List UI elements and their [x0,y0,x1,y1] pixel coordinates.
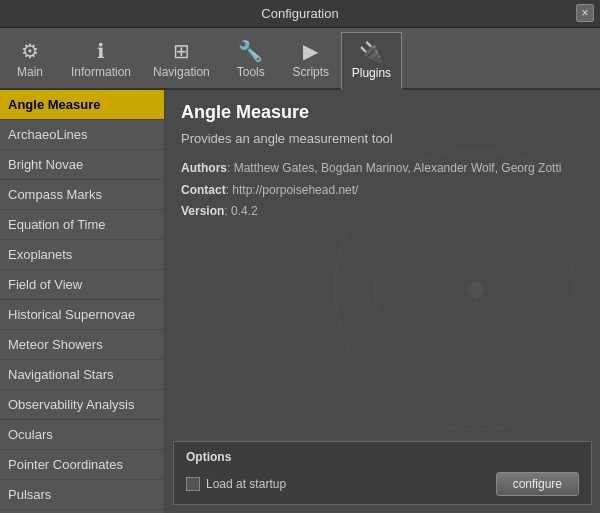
sidebar-item-navigational-stars[interactable]: Navigational Stars [0,360,164,390]
sidebar-item-observability-analysis[interactable]: Observability Analysis [0,390,164,420]
close-button[interactable]: × [576,4,594,22]
tab-plugins-label: Plugins [352,66,391,80]
tools-icon: 🔧 [238,41,263,61]
authors-row: Authors: Matthew Gates, Bogdan Marinov, … [181,158,584,180]
navigation-icon: ⊞ [173,41,190,61]
sidebar-item-exoplanets[interactable]: Exoplanets [0,240,164,270]
main-content: Angle Measure ArchaeoLines Bright Novae … [0,90,600,513]
sidebar-item-meteor-showers[interactable]: Meteor Showers [0,330,164,360]
configure-button[interactable]: configure [496,472,579,496]
plugin-description: Provides an angle measurement tool [181,131,584,146]
sidebar-item-equation-of-time[interactable]: Equation of Time [0,210,164,240]
contact-row: Contact: http://porpoisehead.net/ [181,180,584,202]
sidebar-item-pointer-coordinates[interactable]: Pointer Coordinates [0,450,164,480]
tab-plugins[interactable]: 🔌 Plugins [341,32,402,90]
contact-value: : http://porpoisehead.net/ [226,183,359,197]
sidebar-item-pulsars[interactable]: Pulsars [0,480,164,510]
load-at-startup-checkbox[interactable] [186,477,200,491]
tab-main[interactable]: ⚙ Main [0,30,60,88]
sidebar-item-field-of-view[interactable]: Field of View [0,270,164,300]
load-at-startup-label: Load at startup [206,477,286,491]
sidebar: Angle Measure ArchaeoLines Bright Novae … [0,90,165,513]
sidebar-item-bright-novae[interactable]: Bright Novae [0,150,164,180]
title-bar: Configuration × [0,0,600,28]
main-icon: ⚙ [21,41,39,61]
sidebar-item-archaeo-lines[interactable]: ArchaeoLines [0,120,164,150]
tab-tools[interactable]: 🔧 Tools [221,30,281,88]
tab-navigation[interactable]: ⊞ Navigation [142,30,221,88]
scripts-icon: ▶ [303,41,318,61]
options-bar: Options Load at startup configure [173,441,592,505]
plugin-meta: Authors: Matthew Gates, Bogdan Marinov, … [181,158,584,223]
authors-label: Authors [181,161,227,175]
sidebar-item-compass-marks[interactable]: Compass Marks [0,180,164,210]
tab-main-label: Main [17,65,43,79]
detail-panel: Angle Measure Provides an angle measurem… [165,90,600,513]
tab-information[interactable]: ℹ Information [60,30,142,88]
contact-label: Contact [181,183,226,197]
options-row: Load at startup configure [186,472,579,496]
detail-content: Angle Measure Provides an angle measurem… [165,90,600,433]
tab-scripts-label: Scripts [292,65,329,79]
tab-information-label: Information [71,65,131,79]
version-label: Version [181,204,224,218]
authors-value: : Matthew Gates, Bogdan Marinov, Alexand… [227,161,561,175]
plugins-icon: 🔌 [359,42,384,62]
plugin-title: Angle Measure [181,102,584,123]
sidebar-item-oculars[interactable]: Oculars [0,420,164,450]
version-value: : 0.4.2 [224,204,257,218]
tab-tools-label: Tools [237,65,265,79]
load-at-startup-row: Load at startup [186,477,286,491]
tab-bar: ⚙ Main ℹ Information ⊞ Navigation 🔧 Tool… [0,28,600,90]
window-title: Configuration [261,6,338,21]
sidebar-item-angle-measure[interactable]: Angle Measure [0,90,164,120]
sidebar-item-historical-supernovae[interactable]: Historical Supernovae [0,300,164,330]
information-icon: ℹ [97,41,105,61]
tab-navigation-label: Navigation [153,65,210,79]
options-title: Options [186,450,579,464]
tab-scripts[interactable]: ▶ Scripts [281,30,341,88]
version-row: Version: 0.4.2 [181,201,584,223]
